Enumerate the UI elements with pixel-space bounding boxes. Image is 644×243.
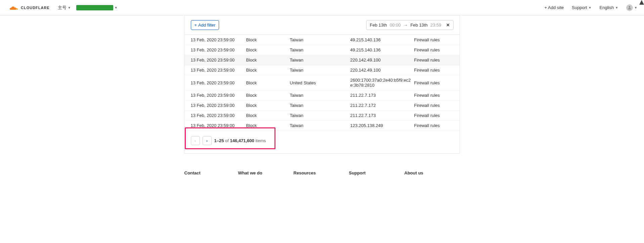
- avatar-icon: [626, 4, 633, 11]
- time-from: 00:00: [390, 23, 401, 28]
- footer-col-support[interactable]: Support: [349, 170, 404, 175]
- cell-action: Block: [246, 80, 290, 85]
- cell-ip: 211.22.7.173: [350, 93, 414, 98]
- time-to: 23:59: [430, 23, 441, 28]
- cell-action: Block: [246, 103, 290, 108]
- footer: Contact What we do Resources Support Abo…: [0, 154, 644, 175]
- cell-service: Firewall rules: [414, 103, 454, 108]
- cell-date: 13 Feb, 2020 23:59:00: [191, 123, 246, 128]
- nav-right: + Add site Support ▼ English ▼ ▼: [545, 4, 637, 11]
- cell-date: 13 Feb, 2020 23:59:00: [191, 113, 246, 118]
- next-page-button[interactable]: ›: [203, 136, 212, 145]
- cell-service: Firewall rules: [414, 93, 454, 98]
- caret-down-icon: ▼: [68, 6, 71, 9]
- caret-down-icon: ▼: [634, 6, 637, 9]
- cell-ip: 220.142.49.100: [350, 68, 414, 73]
- table-row[interactable]: 13 Feb, 2020 23:59:00BlockTaiwan211.22.7…: [185, 90, 460, 100]
- cell-service: Firewall rules: [414, 47, 454, 52]
- cell-country: Taiwan: [290, 47, 350, 52]
- chevron-left-icon: ‹: [195, 138, 196, 143]
- cell-ip: 49.215.140.136: [350, 37, 414, 42]
- plus-icon: +: [195, 23, 197, 28]
- date-from: Feb 13th: [370, 23, 387, 28]
- site-dropdown[interactable]: ▼: [76, 5, 118, 10]
- cell-service: Firewall rules: [414, 113, 454, 118]
- cell-action: Block: [246, 113, 290, 118]
- add-filter-button[interactable]: + Add filter: [191, 20, 219, 30]
- events-table: 13 Feb, 2020 23:59:00BlockTaiwan49.215.1…: [185, 35, 460, 131]
- cell-service: Firewall rules: [414, 57, 454, 63]
- cell-action: Block: [246, 47, 290, 52]
- table-row[interactable]: 13 Feb, 2020 23:59:00BlockTaiwan220.142.…: [185, 65, 460, 75]
- svg-point-0: [629, 6, 631, 8]
- caret-down-icon: ▼: [615, 6, 618, 9]
- cell-country: Taiwan: [290, 57, 350, 63]
- cell-ip: 220.142.49.100: [350, 57, 414, 63]
- date-range-picker[interactable]: Feb 13th 00:00 → Feb 13th 23:59 ✕: [366, 20, 454, 30]
- cell-date: 13 Feb, 2020 23:59:00: [191, 93, 246, 98]
- account-dropdown[interactable]: 主号 ▼: [58, 5, 71, 11]
- cell-country: Taiwan: [290, 103, 350, 108]
- table-row[interactable]: 13 Feb, 2020 23:59:00BlockTaiwan211.22.7…: [185, 111, 460, 121]
- cell-date: 13 Feb, 2020 23:59:00: [191, 47, 246, 52]
- cell-date: 13 Feb, 2020 23:59:00: [191, 80, 246, 85]
- cell-service: Firewall rules: [414, 123, 454, 128]
- cell-country: Taiwan: [290, 123, 350, 128]
- cell-country: Taiwan: [290, 68, 350, 73]
- caret-down-icon: ▼: [115, 6, 118, 9]
- table-row[interactable]: 13 Feb, 2020 23:59:00BlockTaiwan49.215.1…: [185, 45, 460, 55]
- cell-action: Block: [246, 37, 290, 42]
- cell-action: Block: [246, 57, 290, 63]
- cell-ip: 211.22.7.172: [350, 103, 414, 108]
- language-dropdown[interactable]: English ▼: [600, 5, 618, 10]
- cell-ip: 211.22.7.173: [350, 113, 414, 118]
- cell-service: Firewall rules: [414, 80, 454, 85]
- clear-date-icon[interactable]: ✕: [446, 23, 450, 28]
- footer-col-resources[interactable]: Resources: [294, 170, 349, 175]
- arrow-right-icon: →: [403, 23, 408, 28]
- support-dropdown[interactable]: Support ▼: [572, 5, 591, 10]
- table-row[interactable]: 13 Feb, 2020 23:59:00BlockTaiwan220.142.…: [185, 55, 460, 65]
- cloudflare-icon: [7, 4, 19, 12]
- table-row[interactable]: 13 Feb, 2020 23:59:00BlockTaiwan49.215.1…: [185, 35, 460, 45]
- cell-service: Firewall rules: [414, 37, 454, 42]
- table-row[interactable]: 13 Feb, 2020 23:59:00BlockTaiwan123.205.…: [185, 121, 460, 131]
- cell-date: 13 Feb, 2020 23:59:00: [191, 37, 246, 42]
- cell-action: Block: [246, 123, 290, 128]
- profile-dropdown[interactable]: ▼: [626, 4, 637, 11]
- cell-action: Block: [246, 68, 290, 73]
- footer-col-what-we-do[interactable]: What we do: [238, 170, 294, 175]
- filter-bar: + Add filter Feb 13th 00:00 → Feb 13th 2…: [185, 15, 460, 35]
- cell-ip: 49.215.140.136: [350, 47, 414, 52]
- table-row[interactable]: 13 Feb, 2020 23:59:00BlockTaiwan211.22.7…: [185, 100, 460, 111]
- top-nav: CLOUDFLARE 主号 ▼ ▼ + Add site Support ▼ E…: [0, 0, 644, 15]
- table-row[interactable]: 13 Feb, 2020 23:59:00BlockUnited States2…: [185, 75, 460, 90]
- cell-service: Firewall rules: [414, 68, 454, 73]
- cell-date: 13 Feb, 2020 23:59:00: [191, 68, 246, 73]
- prev-page-button[interactable]: ‹: [191, 136, 200, 145]
- brand-text: CLOUDFLARE: [21, 6, 50, 10]
- cell-country: United States: [290, 80, 350, 85]
- redacted-site-name: [76, 5, 113, 10]
- footer-col-about-us[interactable]: About us: [404, 170, 460, 175]
- cell-country: Taiwan: [290, 93, 350, 98]
- pagination: ‹ › 1–25 of 146,471,600 items: [185, 131, 460, 153]
- cell-action: Block: [246, 93, 290, 98]
- account-label: 主号: [58, 5, 67, 11]
- cell-country: Taiwan: [290, 113, 350, 118]
- pagination-text: 1–25 of 146,471,600 items: [214, 138, 266, 143]
- add-site-button[interactable]: + Add site: [545, 5, 564, 10]
- brand-logo[interactable]: CLOUDFLARE: [7, 4, 50, 12]
- chevron-right-icon: ›: [206, 138, 208, 143]
- footer-col-contact[interactable]: Contact: [184, 170, 238, 175]
- cell-ip: 123.205.138.249: [350, 123, 414, 128]
- cell-date: 13 Feb, 2020 23:59:00: [191, 57, 246, 63]
- cell-ip: 2600:1700:37a0:2e40:b5f9:ec2e:3b78:2810: [350, 78, 414, 88]
- date-to: Feb 13th: [411, 23, 428, 28]
- cell-date: 13 Feb, 2020 23:59:00: [191, 103, 246, 108]
- caret-down-icon: ▼: [589, 6, 592, 9]
- cell-country: Taiwan: [290, 37, 350, 42]
- firewall-events-panel: + Add filter Feb 13th 00:00 → Feb 13th 2…: [184, 15, 460, 154]
